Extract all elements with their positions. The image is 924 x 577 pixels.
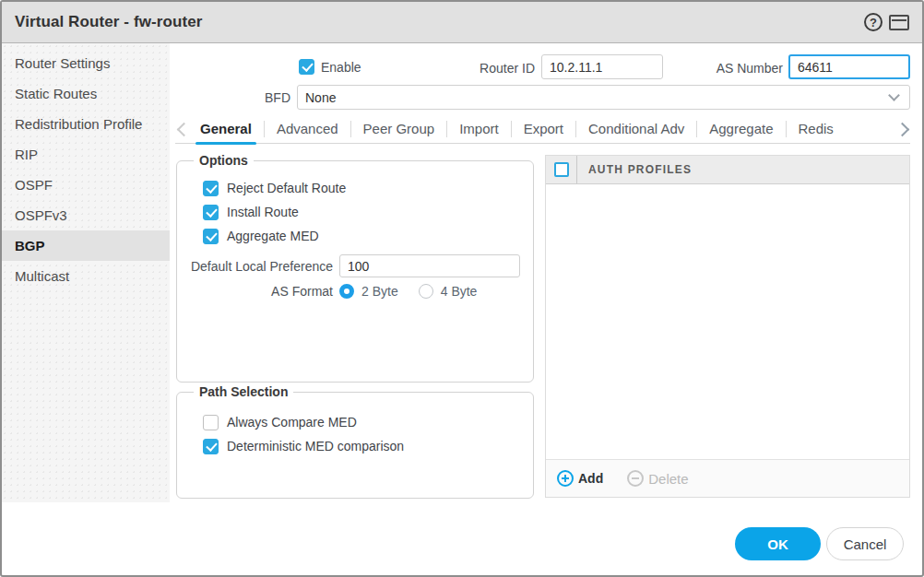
select-all-column: [546, 156, 577, 183]
sidebar-item-bgp[interactable]: BGP: [2, 230, 170, 261]
tab-scroll-right-icon[interactable]: [897, 123, 910, 135]
enable-label: Enable: [321, 60, 361, 75]
tab-separator: [350, 121, 351, 137]
titlebar-icons: ?: [864, 13, 909, 31]
tab-scroll-left-icon[interactable]: [175, 123, 188, 135]
sidebar-item-ospfv3[interactable]: OSPFv3: [2, 200, 170, 230]
tab-advanced[interactable]: Advanced: [277, 114, 338, 143]
tab-separator: [696, 121, 697, 137]
ok-button[interactable]: OK: [735, 527, 821, 560]
sidebar-item-static-routes[interactable]: Static Routes: [2, 78, 170, 109]
chevron-down-icon: [888, 89, 900, 101]
tab-general[interactable]: General: [200, 114, 252, 143]
always-compare-med-row: Always Compare MED: [203, 410, 522, 434]
tab-import[interactable]: Import: [459, 114, 499, 143]
sidebar: Router Settings Static Routes Redistribu…: [2, 43, 170, 502]
enable-group: Enable: [299, 59, 361, 75]
reject-default-route-label: Reject Default Route: [227, 181, 346, 195]
sidebar-item-multicast[interactable]: Multicast: [2, 261, 170, 291]
tab-conditional-adv[interactable]: Conditional Adv: [588, 114, 684, 143]
default-local-preference-label: Default Local Preference: [188, 259, 339, 274]
default-local-preference-row: Default Local Preference: [188, 254, 522, 277]
auth-profiles-body: [546, 184, 909, 459]
install-route-row: Install Route: [203, 200, 522, 224]
sidebar-item-ospf[interactable]: OSPF: [2, 170, 170, 200]
install-route-label: Install Route: [227, 205, 299, 219]
sidebar-item-redistribution-profile[interactable]: Redistribution Profile: [2, 109, 170, 139]
tab-redist[interactable]: Redis: [799, 114, 834, 143]
delete-label: Delete: [648, 471, 688, 487]
router-id-input[interactable]: [541, 54, 663, 79]
aggregate-med-checkbox[interactable]: [203, 229, 219, 244]
options-legend: Options: [194, 153, 254, 168]
tab-aggregate[interactable]: Aggregate: [709, 114, 773, 143]
reject-default-route-checkbox[interactable]: [203, 181, 219, 196]
auth-profiles-footer: Add Delete: [546, 459, 909, 497]
window-dock-icon[interactable]: [889, 15, 909, 30]
aggregate-med-row: Aggregate MED: [203, 224, 522, 248]
sidebar-item-rip[interactable]: RIP: [2, 139, 170, 170]
delete-button[interactable]: Delete: [627, 470, 688, 487]
sidebar-item-router-settings[interactable]: Router Settings: [2, 48, 170, 78]
auth-profiles-header: AUTH PROFILES: [546, 156, 909, 184]
as-format-row: AS Format 2 Byte 4 Byte: [188, 284, 522, 299]
bfd-selected-value: None: [305, 90, 336, 105]
deterministic-med-row: Deterministic MED comparison: [203, 434, 522, 458]
reject-default-route-row: Reject Default Route: [203, 176, 522, 200]
router-id-label: Router ID: [461, 61, 535, 76]
path-selection-legend: Path Selection: [194, 384, 293, 399]
tab-separator: [786, 121, 787, 137]
add-plus-icon: [557, 470, 574, 487]
as-number-input[interactable]: [788, 54, 910, 79]
as-format-4byte-option: 4 Byte: [419, 284, 478, 299]
bfd-dropdown[interactable]: None: [297, 85, 910, 110]
select-all-checkbox[interactable]: [554, 162, 569, 177]
add-button[interactable]: Add: [557, 470, 603, 487]
tab-export[interactable]: Export: [524, 114, 563, 143]
help-icon[interactable]: ?: [864, 13, 883, 31]
virtual-router-dialog: Virtual Router - fw-router ? Router Sett…: [0, 0, 924, 577]
tab-peer-group[interactable]: Peer Group: [363, 114, 435, 143]
enable-checkbox[interactable]: [299, 59, 314, 75]
dialog-title: Virtual Router - fw-router: [15, 13, 202, 31]
always-compare-med-checkbox[interactable]: [203, 415, 219, 430]
as-number-label: AS Number: [710, 61, 783, 76]
as-format-2byte-option: 2 Byte: [339, 284, 398, 299]
bfd-label: BFD: [249, 90, 290, 105]
tab-separator: [264, 121, 265, 137]
add-label: Add: [578, 471, 603, 486]
titlebar: Virtual Router - fw-router ?: [2, 2, 922, 43]
as-format-4byte-label: 4 Byte: [441, 284, 478, 299]
tab-separator: [511, 121, 512, 137]
options-panel: Options Reject Default Route Install Rou…: [176, 153, 534, 383]
default-local-preference-input[interactable]: [339, 254, 520, 277]
delete-minus-icon: [627, 470, 644, 487]
install-route-checkbox[interactable]: [203, 205, 219, 220]
tab-strip: General Advanced Peer Group Import Expor…: [175, 114, 910, 144]
as-format-label: AS Format: [188, 284, 339, 299]
tab-separator: [575, 121, 576, 137]
cancel-button[interactable]: Cancel: [826, 527, 904, 560]
tab-separator: [446, 121, 447, 137]
path-selection-panel: Path Selection Always Compare MED Determ…: [176, 384, 534, 499]
deterministic-med-label: Deterministic MED comparison: [227, 439, 404, 453]
as-format-4byte-radio[interactable]: [419, 284, 433, 299]
deterministic-med-checkbox[interactable]: [203, 439, 219, 454]
as-format-2byte-label: 2 Byte: [361, 284, 398, 299]
auth-profiles-column-header: AUTH PROFILES: [577, 156, 692, 183]
always-compare-med-label: Always Compare MED: [227, 415, 357, 430]
as-format-2byte-radio[interactable]: [339, 284, 354, 299]
auth-profiles-table: AUTH PROFILES Add Delete: [545, 155, 910, 498]
aggregate-med-label: Aggregate MED: [227, 229, 319, 243]
